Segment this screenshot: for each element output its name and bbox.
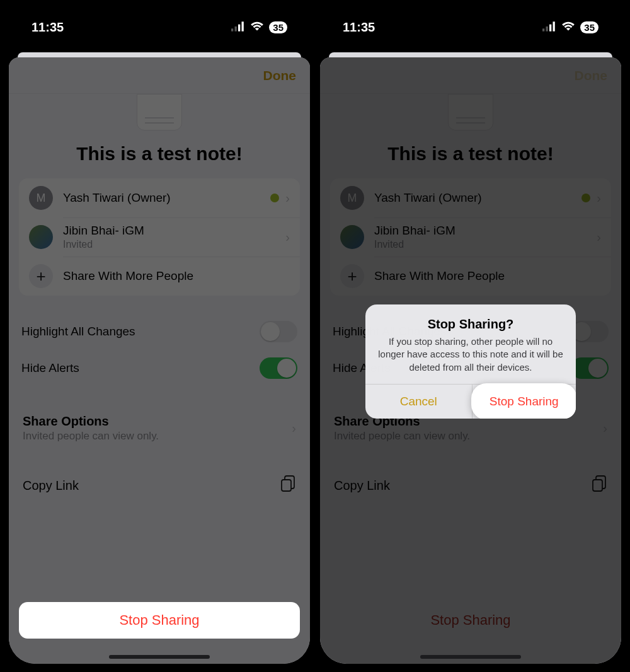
presence-dot-icon bbox=[581, 194, 590, 202]
chevron-right-icon: › bbox=[597, 191, 601, 206]
hide-alerts-toggle[interactable] bbox=[571, 357, 609, 379]
battery-icon: 35 bbox=[269, 21, 287, 33]
svg-rect-7 bbox=[549, 24, 551, 31]
alert-message: If you stop sharing, other people will n… bbox=[377, 335, 564, 374]
svg-rect-1 bbox=[235, 26, 237, 32]
note-title: This is a test note! bbox=[9, 143, 310, 165]
participants-card: M Yash Tiwari (Owner) › Jibin Bhai- iGM … bbox=[330, 178, 611, 296]
status-icons: 35 bbox=[231, 20, 287, 35]
hide-alerts-toggle[interactable] bbox=[260, 357, 297, 379]
note-header-icon bbox=[9, 94, 310, 130]
participants-card: M Yash Tiwari (Owner) › Jibin Bhai- iGM … bbox=[19, 178, 300, 296]
share-more-row[interactable]: + Share With More People bbox=[19, 257, 300, 296]
phone-right: 11:35 35 Done This is a test note! M Yas… bbox=[320, 8, 621, 664]
note-header-icon bbox=[320, 94, 621, 130]
alert-title: Stop Sharing? bbox=[377, 317, 564, 332]
hide-alerts-row: Hide Alerts bbox=[19, 350, 300, 386]
stop-sharing-alert: Stop Sharing? If you stop sharing, other… bbox=[365, 304, 576, 419]
share-options-sub: Invited people can view only. bbox=[23, 430, 159, 443]
stop-sharing-button[interactable]: Stop Sharing bbox=[19, 602, 300, 639]
wifi-icon bbox=[561, 20, 575, 35]
chevron-right-icon: › bbox=[597, 230, 601, 245]
participant-owner-row[interactable]: M Yash Tiwari (Owner) › bbox=[330, 178, 611, 217]
copy-link-icon bbox=[591, 475, 607, 495]
share-options-group: Share Options Invited people can view on… bbox=[19, 405, 300, 451]
nav-bar: Done bbox=[9, 57, 310, 94]
copy-link-group: Copy Link bbox=[330, 466, 611, 504]
participant-name: Jibin Bhai- iGM bbox=[63, 224, 285, 238]
svg-rect-9 bbox=[593, 480, 602, 491]
clock: 11:35 bbox=[32, 20, 64, 35]
hide-alerts-label: Hide Alerts bbox=[21, 361, 79, 375]
participant-name: Yash Tiwari (Owner) bbox=[374, 191, 581, 205]
copy-link-row[interactable]: Copy Link bbox=[19, 466, 300, 504]
copy-link-label: Copy Link bbox=[334, 478, 390, 493]
copy-link-label: Copy Link bbox=[23, 478, 79, 493]
manage-sharing-sheet: Done This is a test note! M Yash Tiwari … bbox=[320, 57, 621, 664]
participant-invited-row[interactable]: Jibin Bhai- iGM Invited › bbox=[330, 217, 611, 257]
note-icon bbox=[448, 94, 493, 130]
battery-icon: 35 bbox=[580, 21, 598, 33]
note-title: This is a test note! bbox=[320, 143, 621, 165]
highlight-changes-toggle[interactable] bbox=[260, 321, 297, 342]
share-more-label: Share With More People bbox=[374, 269, 601, 283]
manage-sharing-sheet: Done This is a test note! M Yash Tiwari … bbox=[9, 57, 310, 664]
cellular-icon bbox=[231, 20, 245, 35]
alert-cancel-button[interactable]: Cancel bbox=[365, 385, 472, 419]
share-options-row[interactable]: Share Options Invited people can view on… bbox=[19, 405, 300, 451]
svg-rect-3 bbox=[242, 21, 244, 31]
share-more-label: Share With More People bbox=[63, 269, 290, 283]
svg-rect-6 bbox=[546, 26, 548, 32]
participant-invited-row[interactable]: Jibin Bhai- iGM Invited › bbox=[19, 217, 300, 257]
plus-icon: + bbox=[340, 264, 364, 288]
home-indicator[interactable] bbox=[109, 655, 210, 659]
stop-sharing-button[interactable]: Stop Sharing bbox=[330, 602, 611, 639]
presence-dot-icon bbox=[270, 194, 279, 202]
chevron-right-icon: › bbox=[285, 191, 290, 206]
copy-link-group: Copy Link bbox=[19, 466, 300, 504]
share-options-sub: Invited people can view only. bbox=[334, 430, 470, 443]
done-button[interactable]: Done bbox=[263, 68, 297, 83]
copy-link-row[interactable]: Copy Link bbox=[330, 466, 611, 504]
svg-rect-2 bbox=[238, 24, 240, 31]
participant-name: Jibin Bhai- iGM bbox=[374, 224, 597, 238]
chevron-right-icon: › bbox=[603, 421, 607, 436]
participant-status: Invited bbox=[374, 239, 597, 250]
highlight-changes-toggle[interactable] bbox=[571, 321, 609, 342]
phone-left: 11:35 35 Done This is a test note! M Yas… bbox=[9, 8, 310, 664]
avatar-photo bbox=[29, 225, 53, 249]
share-more-row[interactable]: + Share With More People bbox=[330, 257, 611, 296]
copy-link-icon bbox=[280, 475, 296, 495]
cellular-icon bbox=[542, 20, 556, 35]
sheet-stack bbox=[18, 52, 301, 57]
sheet-stack bbox=[329, 52, 612, 57]
participant-owner-row[interactable]: M Yash Tiwari (Owner) › bbox=[19, 178, 300, 217]
status-bar: 11:35 35 bbox=[320, 8, 621, 46]
nav-bar: Done bbox=[320, 57, 621, 94]
avatar-photo bbox=[340, 225, 364, 249]
alert-confirm-button[interactable]: Stop Sharing bbox=[471, 383, 576, 419]
status-bar: 11:35 35 bbox=[9, 8, 310, 46]
chevron-right-icon: › bbox=[285, 230, 290, 245]
clock: 11:35 bbox=[343, 20, 375, 35]
participant-name: Yash Tiwari (Owner) bbox=[63, 191, 270, 205]
status-icons: 35 bbox=[542, 20, 598, 35]
svg-rect-0 bbox=[231, 28, 233, 31]
svg-rect-8 bbox=[553, 21, 555, 31]
participant-status: Invited bbox=[63, 239, 285, 250]
home-indicator[interactable] bbox=[420, 655, 521, 659]
chevron-right-icon: › bbox=[292, 421, 296, 436]
done-button[interactable]: Done bbox=[575, 68, 608, 83]
plus-icon: + bbox=[29, 264, 53, 288]
highlight-changes-label: Highlight All Changes bbox=[21, 325, 135, 339]
settings-group: Highlight All Changes Hide Alerts bbox=[19, 313, 300, 386]
highlight-changes-row: Highlight All Changes bbox=[19, 313, 300, 350]
avatar-initial: M bbox=[29, 186, 53, 210]
svg-rect-5 bbox=[542, 28, 544, 31]
avatar-initial: M bbox=[340, 186, 364, 210]
svg-rect-4 bbox=[282, 480, 291, 491]
wifi-icon bbox=[250, 20, 264, 35]
share-options-title: Share Options bbox=[23, 414, 159, 429]
note-icon bbox=[137, 94, 182, 130]
